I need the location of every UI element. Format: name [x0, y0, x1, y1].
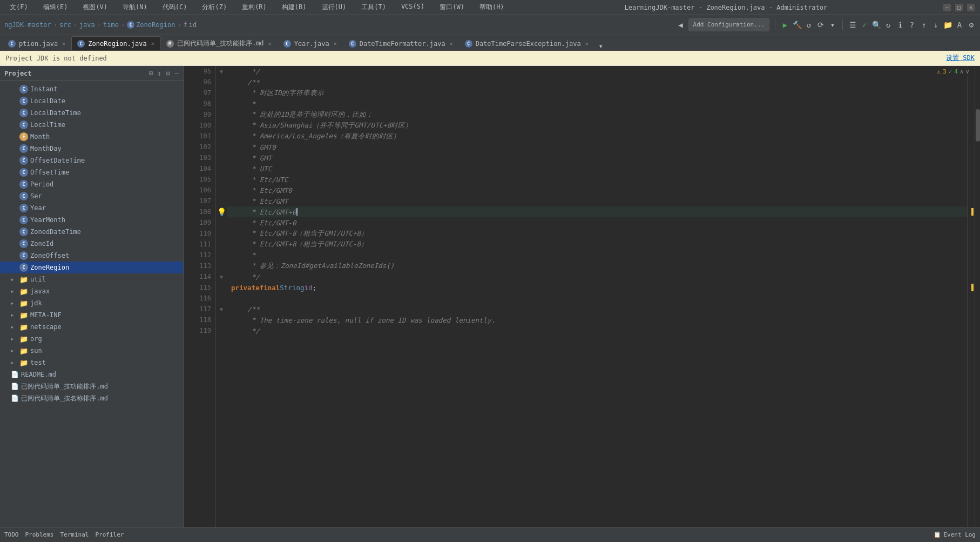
build-icon[interactable]: 🔨 — [793, 21, 801, 29]
sidebar-item-org[interactable]: ▶ 📁 org — [0, 333, 183, 345]
menu-view[interactable]: 视图(V) — [78, 1, 112, 14]
sidebar-item-netscape[interactable]: ▶ 📁 netscape — [0, 321, 183, 333]
sidebar-item-instant[interactable]: C Instant — [0, 83, 183, 95]
sidebar-close-icon[interactable]: — — [174, 69, 179, 77]
line-num-100[interactable]: 100 — [184, 120, 215, 131]
tab-zoneregion-close[interactable]: ✕ — [151, 41, 154, 46]
todo-tab[interactable]: TODO — [4, 531, 19, 538]
sidebar-item-util[interactable]: ▶ 📁 util — [0, 273, 183, 285]
tab-datetimeformatter[interactable]: C DateTimeFormatter.java ✕ — [343, 36, 459, 50]
settings-icon[interactable]: ⚙ — [967, 21, 976, 29]
info-icon[interactable]: ℹ — [896, 21, 904, 29]
error-nav-up[interactable]: ∧ — [960, 68, 964, 75]
sidebar-sort-icon[interactable]: ↕ — [158, 69, 162, 77]
line-num-111[interactable]: 111 — [184, 239, 215, 250]
line-num-95[interactable]: 95 — [184, 66, 215, 77]
scrollbar-thumb[interactable] — [976, 109, 980, 142]
terminal-tab[interactable]: Terminal — [60, 531, 89, 538]
error-nav-down[interactable]: ∨ — [965, 68, 969, 75]
add-configuration-button[interactable]: Add Configuration... — [688, 18, 769, 31]
run-icon[interactable]: ▶ — [781, 21, 789, 29]
line-num-103[interactable]: 103 — [184, 152, 215, 163]
sidebar-item-zoneddatetime[interactable]: C ZonedDateTime — [0, 226, 183, 238]
breadcrumb-time[interactable]: time — [103, 21, 119, 29]
setup-sdk-link[interactable]: 设置 SDK — [946, 53, 975, 63]
line-num-102[interactable]: 102 — [184, 142, 215, 152]
minimize-button[interactable]: — — [943, 4, 951, 11]
line-num-109[interactable]: 109 — [184, 217, 215, 228]
menu-refactor[interactable]: 重构(R) — [238, 1, 271, 14]
sidebar-item-zoneoffset[interactable]: C ZoneOffset — [0, 250, 183, 262]
code-content[interactable]: */ /** * 时区ID的字符串表示 * * 此处的ID是基于地理时区的，比如… — [227, 66, 967, 527]
menu-vcs[interactable]: VCS(S) — [397, 1, 429, 14]
sidebar-item-zoneregion[interactable]: C ZoneRegion — [0, 262, 183, 273]
line-num-115[interactable]: 115 — [184, 282, 215, 293]
sidebar-item-sun[interactable]: ▶ 📁 sun — [0, 345, 183, 357]
sidebar-layout-icon[interactable]: ⊞ — [149, 69, 153, 77]
back-icon[interactable]: ◀ — [677, 21, 685, 29]
line-num-114[interactable]: 114 — [184, 271, 215, 282]
sync-icon[interactable]: ⟳ — [816, 21, 825, 29]
sidebar-item-monthday[interactable]: C MonthDay — [0, 143, 183, 155]
tab-yilao-close[interactable]: ✕ — [268, 41, 272, 46]
line-num-113[interactable]: 113 — [184, 260, 215, 271]
line-num-108[interactable]: 108 — [184, 206, 215, 217]
sidebar-item-offsettime[interactable]: C OffsetTime — [0, 166, 183, 178]
menu-code[interactable]: 代码(C) — [158, 1, 192, 14]
editor-scrollbar[interactable] — [975, 66, 980, 527]
tab-datetimeparseexception[interactable]: C DateTimeParseException.java ✕ — [459, 36, 594, 50]
breadcrumb-field[interactable]: id — [189, 21, 197, 29]
tab-yilao[interactable]: M 已阅代码清单_技功能排序.md ✕ — [160, 36, 278, 50]
reload-icon[interactable]: ↺ — [805, 21, 813, 29]
line-num-106[interactable]: 106 — [184, 185, 215, 196]
sidebar-item-javax[interactable]: ▶ 📁 javax — [0, 285, 183, 297]
problems-tab[interactable]: Problems — [25, 531, 54, 538]
breadcrumb-java[interactable]: java — [79, 21, 95, 29]
sidebar-item-yilao-list2[interactable]: 📄 已阅代码清单_按名称排序.md — [0, 392, 183, 404]
menu-help[interactable]: 帮助(H) — [475, 1, 509, 14]
sidebar-item-metainf[interactable]: ▶ 📁 META-INF — [0, 309, 183, 321]
sidebar-item-year[interactable]: C Year — [0, 202, 183, 214]
sidebar-item-zoneid[interactable]: C ZoneId — [0, 238, 183, 250]
sidebar-item-localdate[interactable]: C LocalDate — [0, 95, 183, 107]
check-icon[interactable]: ✓ — [860, 21, 869, 29]
fold-95[interactable]: ▼ — [216, 66, 227, 77]
translate-icon[interactable]: A — [955, 21, 964, 29]
line-num-104[interactable]: 104 — [184, 163, 215, 174]
sidebar-item-readme[interactable]: 📄 README.md — [0, 369, 183, 380]
hint-108[interactable]: 💡 — [216, 206, 227, 217]
menu-tools[interactable]: 工具(T) — [357, 1, 390, 14]
sidebar-settings-icon[interactable]: ⚙ — [166, 69, 170, 77]
menu-analyze[interactable]: 分析(Z) — [198, 1, 231, 14]
close-button[interactable]: ✕ — [967, 4, 975, 11]
line-num-98[interactable]: 98 — [184, 98, 215, 109]
line-num-112[interactable]: 112 — [184, 250, 215, 260]
download-icon[interactable]: ↓ — [931, 21, 940, 29]
line-num-119[interactable]: 119 — [184, 325, 215, 336]
line-num-107[interactable]: 107 — [184, 196, 215, 206]
line-num-101[interactable]: 101 — [184, 131, 215, 142]
tab-year[interactable]: C Year.java ✕ — [278, 36, 343, 50]
search-icon[interactable]: 🔍 — [872, 21, 881, 29]
breadcrumb-src[interactable]: src — [59, 21, 71, 29]
maximize-button[interactable]: □ — [955, 4, 963, 11]
line-num-118[interactable]: 118 — [184, 315, 215, 325]
tab-zoneregion[interactable]: C ZoneRegion.java ✕ — [71, 36, 160, 50]
help-icon[interactable]: ? — [908, 21, 916, 29]
sidebar-item-test[interactable]: ▶ 📁 test — [0, 357, 183, 369]
list-view-icon[interactable]: ☰ — [848, 21, 857, 29]
tab-ption[interactable]: C ption.java ✕ — [2, 36, 71, 50]
line-num-117[interactable]: 117 — [184, 304, 215, 315]
menu-window[interactable]: 窗口(W) — [435, 1, 469, 14]
breadcrumb-project[interactable]: ngJDK-master — [4, 21, 51, 29]
folder-icon[interactable]: 📁 — [943, 21, 952, 29]
refresh-icon[interactable]: ↻ — [884, 21, 893, 29]
breadcrumb-class[interactable]: ZoneRegion — [136, 21, 175, 29]
fold-114[interactable]: ▼ — [216, 271, 227, 282]
sidebar-item-yearmonth[interactable]: C YearMonth — [0, 214, 183, 226]
sidebar-item-localtime[interactable]: C LocalTime — [0, 119, 183, 131]
fold-117[interactable]: ▼ — [216, 304, 227, 315]
sidebar-item-jdk[interactable]: ▶ 📁 jdk — [0, 297, 183, 309]
tab-dtpe-close[interactable]: ✕ — [585, 41, 589, 46]
line-num-96[interactable]: 96 — [184, 77, 215, 88]
